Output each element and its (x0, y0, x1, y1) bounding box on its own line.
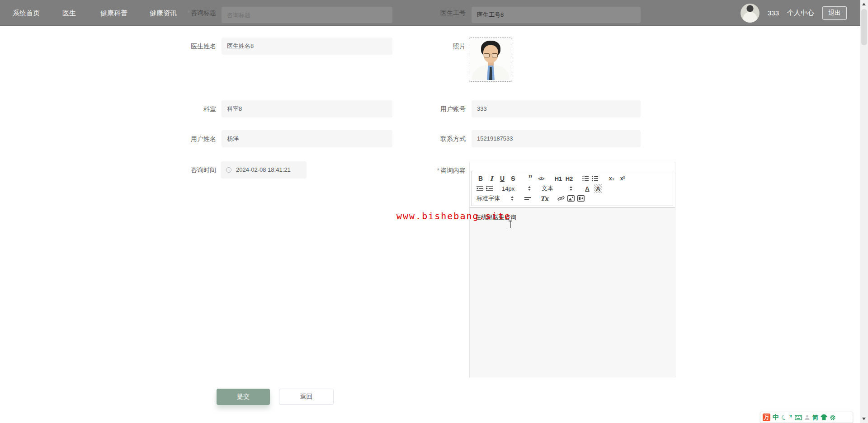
editor-toolbar: B I U S ” </> H1 H2 x₂ x² 14px (472, 171, 673, 206)
photo-label: 照片 (420, 38, 466, 55)
doctor-no-label: 医生工号 (425, 0, 466, 26)
text-cursor-icon (508, 221, 512, 228)
align-icon[interactable] (524, 195, 531, 202)
nav-science[interactable]: 健康科普 (100, 0, 127, 26)
ime-skin-icon[interactable] (821, 414, 827, 420)
consult-time-input[interactable]: 2024-02-08 18:41:21 (221, 161, 307, 179)
nav-doctor[interactable]: 医生 (62, 0, 76, 26)
scroll-down-arrow-icon[interactable] (862, 418, 866, 420)
superscript-icon[interactable]: x² (618, 174, 627, 183)
bullet-list-icon[interactable] (592, 175, 599, 182)
contact-input[interactable]: 15219187533 (472, 130, 641, 147)
doctor-photo-image (471, 39, 510, 80)
required-asterisk: * (437, 167, 439, 174)
user-name-input[interactable]: 杨洋 (222, 130, 392, 147)
department-label: 科室 (162, 100, 216, 118)
page-scrollbar[interactable] (860, 0, 868, 423)
clear-format-icon[interactable]: Tx (540, 194, 548, 203)
chevron-updown-icon (511, 196, 514, 201)
header-2-icon[interactable]: H2 (565, 174, 573, 183)
doctor-no-input[interactable]: 医生工号8 (472, 7, 641, 23)
doctor-name-input[interactable]: 医生姓名8 (222, 38, 392, 55)
ime-punctuation-icon[interactable]: ” (789, 414, 793, 421)
page: 系统首页 医生 健康科普 健康资讯 *咨询标题 医生工号 医生工号8 333 个… (0, 0, 868, 423)
outdent-icon[interactable] (476, 185, 483, 192)
consult-content-label: *咨询内容 (420, 162, 466, 179)
bold-icon[interactable]: B (476, 174, 485, 183)
strikethrough-icon[interactable]: S (509, 174, 517, 183)
ime-lang-icon[interactable]: 中 (773, 414, 779, 422)
user-name-label: 用户姓名 (162, 130, 216, 147)
ime-simplified-icon[interactable]: 简 (812, 414, 818, 422)
ime-user-icon[interactable] (804, 414, 810, 420)
scrollbar-thumb[interactable] (861, 9, 867, 45)
consult-title-label: *咨询标题 (162, 0, 216, 26)
header-user-area: 333 个人中心 退出 (741, 0, 847, 26)
font-family-select[interactable]: 标准字体 (476, 194, 514, 202)
user-avatar[interactable] (741, 4, 760, 23)
image-icon[interactable] (567, 195, 575, 202)
code-block-icon[interactable]: </> (537, 174, 545, 183)
indent-icon[interactable] (486, 185, 493, 192)
ime-logo-icon[interactable]: 万 (763, 414, 770, 421)
watermark-text: www.bishebang.site (396, 211, 511, 221)
top-nav-bar: 系统首页 医生 健康科普 健康资讯 *咨询标题 医生工号 医生工号8 333 个… (0, 0, 860, 26)
submit-button[interactable]: 提交 (217, 389, 270, 405)
font-size-select[interactable]: 14px (502, 185, 531, 192)
text-color-icon[interactable]: A (583, 184, 591, 193)
back-button[interactable]: 返回 (279, 389, 334, 405)
contact-label: 联系方式 (420, 130, 466, 147)
link-icon[interactable] (557, 195, 565, 202)
ime-toolbar: 万 中 ☾ ” 简 (760, 412, 853, 423)
doctor-photo[interactable] (469, 38, 512, 82)
consult-title-input[interactable] (222, 7, 392, 23)
ordered-list-icon[interactable] (582, 175, 589, 182)
blockquote-icon[interactable]: ” (526, 174, 534, 183)
ime-keyboard-icon[interactable] (795, 415, 802, 420)
account-label: 用户账号 (420, 100, 466, 118)
clock-icon (226, 167, 231, 173)
format-select[interactable]: 文本 (542, 184, 572, 193)
highlight-color-icon[interactable]: A (594, 184, 602, 193)
consult-content-editor: B I U S ” </> H1 H2 x₂ x² 14px (469, 162, 675, 377)
profile-center-link[interactable]: 个人中心 (787, 9, 814, 17)
account-input[interactable]: 333 (472, 100, 641, 118)
username-text: 333 (768, 9, 779, 17)
ime-moon-icon[interactable]: ☾ (780, 413, 788, 422)
scroll-up-arrow-icon[interactable] (862, 3, 866, 5)
italic-icon[interactable]: I (487, 174, 495, 183)
header-1-icon[interactable]: H1 (554, 174, 562, 183)
ime-settings-gear-icon[interactable] (830, 414, 836, 421)
editor-content-area[interactable]: 在线跟医生咨询 (470, 207, 675, 377)
underline-icon[interactable]: U (498, 174, 506, 183)
consult-time-label: 咨询时间 (162, 161, 216, 179)
subscript-icon[interactable]: x₂ (608, 174, 616, 183)
doctor-name-label: 医生姓名 (162, 38, 216, 55)
video-icon[interactable] (577, 195, 585, 202)
chevron-updown-icon (570, 186, 572, 191)
nav-home[interactable]: 系统首页 (13, 0, 40, 26)
department-input[interactable]: 科室8 (222, 100, 392, 118)
logout-button[interactable]: 退出 (822, 6, 847, 20)
required-asterisk: * (188, 9, 190, 16)
chevron-updown-icon (528, 186, 531, 191)
